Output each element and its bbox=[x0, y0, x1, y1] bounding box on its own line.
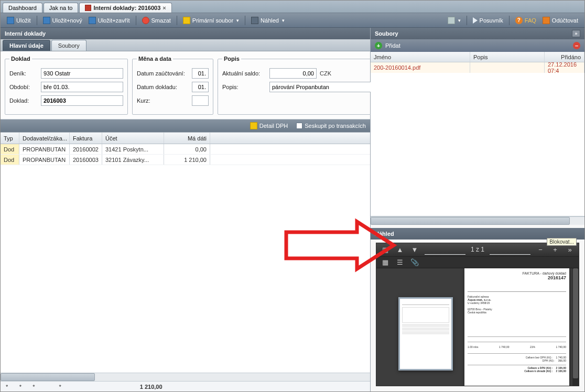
saldo-input[interactable] bbox=[269, 68, 317, 79]
label: FAQ bbox=[525, 17, 536, 24]
col-popis[interactable]: Popis bbox=[470, 52, 545, 62]
save-new-button[interactable]: Uložit+nový bbox=[40, 15, 85, 26]
files-hscrollbar[interactable] bbox=[371, 216, 584, 225]
add-label[interactable]: Přidat bbox=[385, 42, 400, 49]
document-tabs: Dashboard Jak na to Interní doklady: 201… bbox=[1, 1, 584, 13]
thumbnails-icon[interactable]: ▦ bbox=[381, 257, 390, 267]
page-total: z 1 bbox=[476, 246, 484, 253]
col-madati[interactable]: Má dáti bbox=[164, 133, 210, 144]
footer-total: 1 210,00 bbox=[140, 384, 162, 390]
files-header: Jméno Popis Přidáno bbox=[371, 52, 584, 62]
cell-dati: 0,00 bbox=[164, 144, 210, 154]
grid-hscrollbar[interactable] bbox=[1, 373, 370, 381]
primary-file-button[interactable]: Primární soubor▾ bbox=[180, 15, 242, 26]
grid-menu-button[interactable]: ▾ bbox=[445, 15, 464, 26]
col-ucet[interactable]: Účet bbox=[102, 133, 164, 144]
help-icon: ? bbox=[515, 17, 523, 24]
outline-icon[interactable]: ☰ bbox=[395, 257, 405, 267]
doklad-input[interactable] bbox=[41, 95, 123, 106]
tab-dashboard[interactable]: Dashboard bbox=[3, 3, 42, 13]
remove-icon[interactable]: – bbox=[573, 42, 580, 49]
detail-dph-button[interactable]: Detail DPH bbox=[247, 121, 291, 131]
legend: Doklad bbox=[9, 56, 32, 62]
save-icon bbox=[7, 17, 14, 24]
tab-label: Jak na to bbox=[49, 5, 73, 11]
save-button[interactable]: Uložit bbox=[4, 15, 34, 26]
document-icon bbox=[85, 5, 91, 11]
save-close-button[interactable]: Uložit+zavřít bbox=[85, 15, 133, 26]
form-area: Doklad Deník: Období: Doklad: Měna a dat… bbox=[1, 51, 370, 119]
delete-icon bbox=[142, 17, 149, 24]
pdf-canvas[interactable]: FAKTURA - daňový doklad 2016147 Fakturač… bbox=[376, 268, 579, 386]
label: Hlavní údaje bbox=[9, 42, 44, 49]
datum-dokladu-input[interactable] bbox=[192, 82, 209, 92]
label: Odúčtovat bbox=[552, 17, 578, 24]
popis-input[interactable] bbox=[269, 82, 380, 92]
collapse-button[interactable]: » bbox=[572, 30, 580, 37]
delete-button[interactable]: Smazat bbox=[139, 15, 174, 26]
label-saldo: Aktuální saldo: bbox=[222, 70, 269, 77]
label-kurz: Kurz: bbox=[137, 97, 192, 104]
label: Detail DPH bbox=[259, 123, 288, 129]
grid-row[interactable]: Dod PROPANBUTAN 20160002 31421 Poskytn..… bbox=[1, 144, 370, 155]
main-toolbar: Uložit Uložit+nový Uložit+zavřít Smazat … bbox=[1, 13, 584, 28]
cell-typ: Dod bbox=[1, 155, 19, 165]
file-date: 27.12.2016 07:4 bbox=[545, 62, 584, 73]
cell-fak: 20160002 bbox=[70, 144, 102, 154]
folder-icon bbox=[250, 122, 257, 129]
zoom-out-icon[interactable]: − bbox=[536, 245, 545, 254]
page-current: 1 bbox=[471, 246, 474, 253]
label: Primární soubor bbox=[192, 17, 233, 24]
group-by-tx-checkbox[interactable]: Seskupit po transakcích bbox=[296, 123, 366, 129]
val: 2 106,00 bbox=[556, 369, 566, 373]
faq-button[interactable]: ?FAQ bbox=[512, 15, 539, 26]
sidebar-toggle-icon[interactable]: ▥ bbox=[381, 245, 390, 254]
tab-soubory-inner[interactable]: Soubory bbox=[51, 40, 86, 51]
grid-icon bbox=[448, 17, 455, 24]
cell-ucet: 31421 Poskytn... bbox=[102, 144, 164, 154]
col-typ[interactable]: Typ bbox=[1, 133, 19, 144]
tab-hlavni-udaje[interactable]: Hlavní údaje bbox=[3, 40, 50, 51]
zoom-in-icon[interactable]: + bbox=[550, 245, 560, 254]
post-button[interactable]: Odúčtovat bbox=[539, 15, 581, 26]
more-icon[interactable]: » bbox=[565, 245, 575, 254]
grid-header: Typ Dodavatel/záka... Faktura Účet Má dá… bbox=[1, 133, 370, 144]
group-mena: Měna a data Datum zaúčtování: Datum dokl… bbox=[132, 56, 213, 115]
save-new-icon bbox=[43, 17, 50, 24]
preview-button[interactable]: Náhled▾ bbox=[248, 15, 288, 26]
slider-button[interactable]: Posuvník bbox=[470, 16, 506, 25]
col-faktura[interactable]: Faktura bbox=[70, 133, 102, 144]
attachments-icon[interactable]: 📎 bbox=[410, 257, 419, 267]
cell-dod: PROPANBUTAN bbox=[19, 155, 70, 165]
star-icon bbox=[183, 17, 190, 24]
lbl: Celkem k úhradě (Kč) : bbox=[524, 369, 552, 373]
kurz-input[interactable] bbox=[192, 95, 209, 106]
file-row[interactable]: 200-20160014.pdf 27.12.2016 07:4 bbox=[371, 62, 584, 73]
tab-jaknato[interactable]: Jak na to bbox=[44, 3, 79, 13]
pdf-thumbnail[interactable] bbox=[398, 297, 453, 371]
col-pridano[interactable]: Přidáno bbox=[545, 52, 584, 62]
checkbox-icon bbox=[296, 123, 302, 129]
group-doklad: Doklad Deník: Období: Doklad: bbox=[5, 56, 128, 115]
grid-row[interactable]: Dod PROPANBUTAN 20160003 32101 Závazky..… bbox=[1, 155, 370, 165]
add-icon[interactable]: + bbox=[375, 42, 382, 49]
close-icon[interactable]: × bbox=[162, 5, 166, 11]
panel-header: Interní doklady bbox=[1, 28, 370, 39]
datum-zauctovani-input[interactable] bbox=[192, 68, 209, 79]
obdobi-input[interactable] bbox=[41, 82, 123, 92]
tab-interni-doklady[interactable]: Interní doklady: 2016003 × bbox=[79, 3, 171, 13]
group-popis: Popis Aktuální saldo:CZK Popis: bbox=[218, 56, 384, 115]
files-addbar: + Přidat – bbox=[371, 39, 584, 52]
cell-fak: 20160003 bbox=[70, 155, 102, 165]
page-down-icon[interactable]: ▼ bbox=[410, 245, 419, 254]
print-icon bbox=[251, 17, 258, 24]
label-datum-dokladu: Datum dokladu: bbox=[137, 84, 192, 90]
pdf-vscrollbar[interactable] bbox=[572, 268, 579, 386]
page-up-icon[interactable]: ▲ bbox=[395, 245, 405, 254]
label: Posuvník bbox=[480, 17, 503, 24]
denik-input[interactable] bbox=[41, 68, 123, 79]
col-jmeno[interactable]: Jméno bbox=[371, 52, 470, 62]
col-dodavatel[interactable]: Dodavatel/záka... bbox=[19, 133, 70, 144]
val: 366,00 bbox=[558, 359, 566, 362]
label: Soubory bbox=[58, 42, 80, 49]
